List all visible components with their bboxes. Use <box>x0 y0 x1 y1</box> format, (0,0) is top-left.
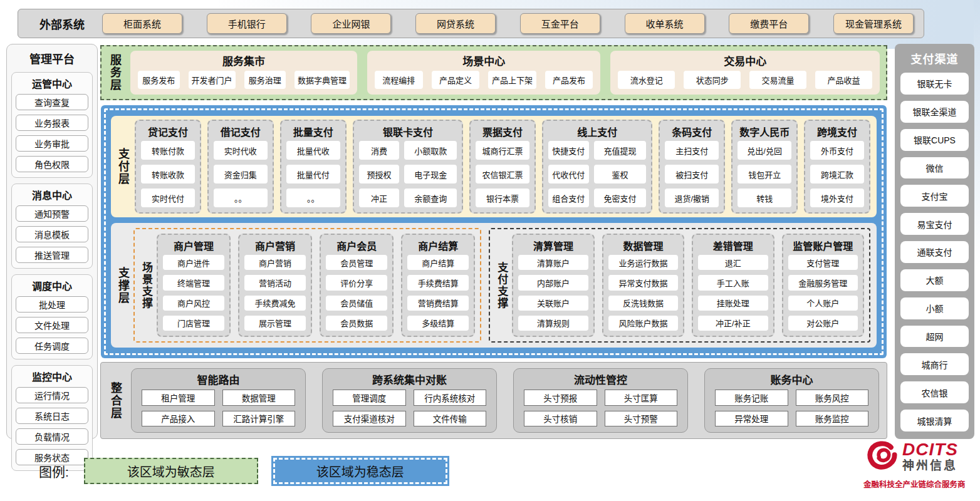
payment-channel-box: 大额 <box>900 269 969 291</box>
category-title: 贷记支付 <box>141 121 195 141</box>
support-layer: 支撑层 场景支撑 商户管理 商户进件终端管理商户风控门店管理 商户营销 商户营销… <box>111 223 877 348</box>
payment-function-box: 预授权 <box>359 165 400 183</box>
dcits-logo-icon <box>863 438 901 476</box>
payment-columns: 贷记支付 转账付款转账收款实时代付 借记支付 实时代收资金归集。。 批量支付 批… <box>135 120 870 214</box>
payment-function-box: 兑出/兑回 <box>738 141 791 160</box>
support-function-box: 挂账处理 <box>698 296 768 311</box>
payment-channel-box: 通联支付 <box>900 241 969 263</box>
service-market-panel: 服务集市 服务发布开发者门户服务治理数据字典管理 <box>130 51 357 95</box>
payment-channel-box: 农信银 <box>900 381 969 403</box>
payment-support-section: 支付支撑 清算管理 清算账户内部账户关联账户清算规则 数据管理 业务运行数据异常… <box>489 228 870 343</box>
brand-block: DCITS 神州信息 金融科技全产业链综合服务商 <box>863 438 976 490</box>
payment-channel-box: 超网 <box>900 326 969 348</box>
management-function-box: 系统日志 <box>16 408 88 424</box>
payment-support-label: 支付支撑 <box>495 234 508 337</box>
payment-category-crossborder: 跨境支付 外币支付跨境汇款境外支付 <box>804 120 870 214</box>
support-category-merchant-marketing: 商户营销 商户营销营销活动手续费减免展示管理 <box>238 234 312 337</box>
group-title: 消息中心 <box>16 185 88 205</box>
payment-function-box: 转账付款 <box>141 141 195 160</box>
payment-function-box: 跨境汇款 <box>810 165 864 183</box>
integration-function-box: 账务监控 <box>796 411 869 427</box>
category-title: 数字人民币 <box>738 121 791 141</box>
management-function-box: 通知预警 <box>16 205 88 222</box>
category-title: 批量支付 <box>286 121 340 141</box>
payment-function-box: 钱包开立 <box>738 165 791 183</box>
payment-function-box: 批量代收 <box>286 141 340 160</box>
management-function-box: 消息模板 <box>16 226 88 242</box>
payment-support-columns: 清算管理 清算账户内部账户关联账户清算规则 数据管理 业务运行数据异常支付数据反… <box>512 234 864 337</box>
external-systems-title: 外部系统 <box>39 16 85 32</box>
support-function-box: 手工入账 <box>698 275 768 290</box>
group-items: 运行情况系统日志负载情况服务状态 <box>16 387 88 465</box>
category-title: 线上支付 <box>548 121 646 141</box>
support-function-box: 清算账户 <box>518 255 588 270</box>
payment-function-box: 快捷支付 <box>548 141 589 160</box>
external-system-box: 手机银行 <box>207 13 287 34</box>
external-system-box: 企业网银 <box>311 13 391 34</box>
panel-title: 交易中心 <box>618 51 872 71</box>
external-system-box: 收单系统 <box>625 13 705 34</box>
support-function-box: 门店管理 <box>163 316 224 331</box>
management-function-box: 文件处理 <box>16 317 88 333</box>
category-title: 商户会员 <box>326 235 387 255</box>
support-function-box: 会员管理 <box>326 255 387 270</box>
payment-function-box: 组合支付 <box>548 189 589 207</box>
payment-function-box: 小额取款 <box>404 141 457 160</box>
support-function-box: 手续费减免 <box>244 296 306 311</box>
integration-function-box: 汇路计算引擎 <box>222 411 296 427</box>
support-category-merchant-settlement: 商户结算 商户结算手续费结算营销费结算多级结算 <box>401 234 475 337</box>
integration-function-box: 产品接入 <box>142 411 215 427</box>
category-title: 清算管理 <box>518 235 588 255</box>
management-group-scheduling: 调度中心 批处理文件处理任务调度 <box>11 274 93 359</box>
management-group-monitoring: 监控中心 运行情况系统日志负载情况服务状态 <box>11 365 93 471</box>
support-function-box: 多级结算 <box>407 316 469 331</box>
support-category-regulatory-account: 监管账户管理 支付管理金融服务管理个人账户对公账户 <box>782 234 864 337</box>
panel-title: 账务中心 <box>715 369 868 390</box>
support-function-box: 冲正/补正 <box>698 316 768 331</box>
payment-channels-title: 支付渠道 <box>900 49 969 66</box>
payment-channel-box: 支付宝 <box>900 185 969 207</box>
brand-logo-row: DCITS 神州信息 <box>863 438 958 476</box>
integration-function-box: 行内系统核对 <box>414 390 487 406</box>
support-function-box: 内部账户 <box>518 275 588 290</box>
management-function-box: 推送管理 <box>16 247 88 263</box>
support-category-clearing: 清算管理 清算账户内部账户关联账户清算规则 <box>512 234 594 337</box>
legend-stable-layer: 该区域为稳态层 <box>273 458 447 484</box>
support-function-box: 退汇 <box>698 255 768 270</box>
management-function-box: 业务报表 <box>16 115 88 131</box>
integration-panel-accounting: 账务中心 账务记账账务风控异常处理账务监控 <box>704 368 879 433</box>
payment-channels-panel: 支付渠道 银联无卡银联全渠道银联CUPS微信支付宝易宝支付通联支付大额小额超网城… <box>895 44 974 439</box>
service-layer: 服务层 服务集市 服务发布开发者门户服务治理数据字典管理 场景中心 流程编排产品… <box>100 45 887 100</box>
support-function-box: 关联账户 <box>518 296 588 311</box>
architecture-diagram: 外部系统 柜面系统手机银行企业网银网贷系统互金平台收单系统缴费平台现金管理系统 … <box>0 0 980 501</box>
category-title: 商户结算 <box>407 235 469 255</box>
panel-title: 跨系统集中对账 <box>333 369 486 390</box>
service-function-box: 产品定义 <box>432 71 480 89</box>
external-system-box: 柜面系统 <box>102 13 182 34</box>
management-function-box: 运行情况 <box>16 387 88 403</box>
integration-panels: 智能路由 租户管理数据管理产品接入汇路计算引擎 跨系统集中对账 管理调度行内系统… <box>131 368 879 433</box>
integration-function-box: 支付渠道核对 <box>333 411 406 427</box>
group-items: 查询查复业务报表业务审批角色权限 <box>16 94 88 172</box>
service-function-box: 数据字典管理 <box>295 71 350 89</box>
payment-channel-box: 银联全渠道 <box>900 101 969 123</box>
external-systems-bar: 外部系统 柜面系统手机银行企业网银网贷系统互金平台收单系统缴费平台现金管理系统 <box>18 9 924 38</box>
integration-function-box: 头寸核销 <box>524 411 597 427</box>
service-function-box: 流水登记 <box>618 71 675 89</box>
support-function-box: 商户风控 <box>163 296 224 311</box>
payment-function-box: 被扫支付 <box>665 165 719 183</box>
payment-channel-box: 银联无卡 <box>900 73 969 95</box>
management-group-operations: 运管中心 查询查复业务报表业务审批角色权限 <box>11 72 93 178</box>
service-function-box: 开发者门户 <box>189 71 236 89</box>
category-title: 票据支付 <box>476 121 529 141</box>
payment-function-box: 。。 <box>214 189 268 207</box>
payment-function-box: 余额查询 <box>404 189 457 207</box>
brand-company: 神州信息 <box>902 458 958 473</box>
category-title: 商户管理 <box>163 235 224 255</box>
support-category-error: 差错管理 退汇手工入账挂账处理冲正/补正 <box>692 234 774 337</box>
panel-title: 流动性管控 <box>524 369 677 390</box>
group-title: 调度中心 <box>16 276 88 296</box>
support-function-box: 终端管理 <box>163 275 224 290</box>
external-system-box: 现金管理系统 <box>833 13 914 34</box>
payment-function-box: 鉴权 <box>594 165 647 183</box>
